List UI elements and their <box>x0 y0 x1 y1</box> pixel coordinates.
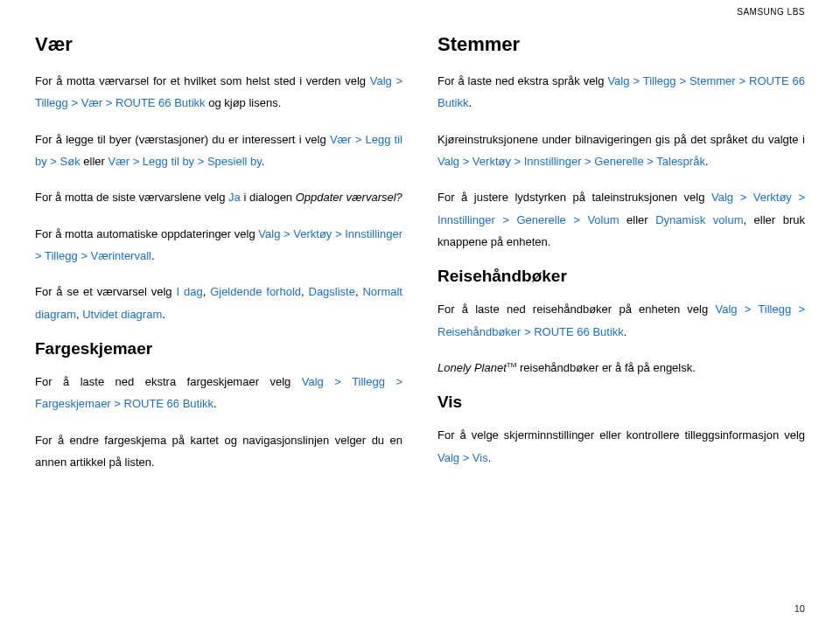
para-vaer-2: For å legge til byer (værstasjoner) du e… <box>35 129 402 173</box>
text: For å laste ned reisehåndbøker på enhete… <box>438 303 715 316</box>
text: For å motta automatiske oppdateringer ve… <box>35 227 258 240</box>
heading-stemmer: Stemmer <box>438 33 805 56</box>
nav-path: Vær > Legg til by > Spesiell by <box>108 155 261 168</box>
heading-reisehandboker: Reisehåndbøker <box>438 267 805 286</box>
para-vaer-1: For å motta værvarsel for et hvilket som… <box>35 70 402 115</box>
text: . <box>468 96 472 109</box>
text: i dialogen <box>241 191 296 204</box>
para-reise-2: Lonely PlanetTM reisehåndbøker er å få p… <box>438 357 805 379</box>
nav-path: Valg > Vis <box>438 451 488 464</box>
text: . <box>214 397 217 410</box>
right-column: Stemmer For å laste ned ekstra språk vel… <box>438 31 805 487</box>
para-vaer-5: For å se et værvarsel velg I dag, Gjelde… <box>35 281 402 325</box>
heading-fargeskjemaer: Fargeskjemaer <box>35 339 402 358</box>
option: Dynamisk volum <box>655 213 743 226</box>
text: Kjøreinstruksjonene under bilnavigeringe… <box>438 133 805 146</box>
trademark: TM <box>507 361 517 369</box>
para-vis-1: For å velge skjerminnstillinger eller ko… <box>438 424 805 469</box>
para-stem-2: Kjøreinstruksjonene under bilnavigeringe… <box>438 129 805 173</box>
text: For å motta de siste værvarslene velg <box>35 191 228 204</box>
brand-label: SAMSUNG LBS <box>737 7 805 17</box>
para-stem-3: For å justere lydstyrken på taleinstruks… <box>438 186 805 253</box>
option-ja: Ja <box>228 191 241 204</box>
text: . <box>705 155 709 168</box>
heading-vaer: Vær <box>35 33 402 56</box>
brand-name: Lonely Planet <box>438 361 507 374</box>
text: . <box>162 308 165 321</box>
page-number: 10 <box>794 603 805 614</box>
text: For å motta værvarsel for et hvilket som… <box>35 74 370 87</box>
text: For å laste ned ekstra språk velg <box>438 74 607 87</box>
para-stem-1: For å laste ned ekstra språk velg Valg >… <box>438 70 805 115</box>
para-reise-1: For å laste ned reisehåndbøker på enhete… <box>438 298 805 343</box>
text: . <box>151 249 155 262</box>
text: For å velge skjerminnstillinger eller ko… <box>438 428 805 442</box>
text: . <box>624 325 627 338</box>
para-vaer-3: For å motta de siste værvarslene velg Ja… <box>35 186 402 208</box>
text: For å laste ned ekstra fargeskjemaer vel… <box>35 375 302 388</box>
dialog-name: Oppdater værvarsel? <box>296 191 402 204</box>
text: eller <box>620 213 656 226</box>
para-farg-2: For å endre fargeskjema på kartet og nav… <box>35 429 402 474</box>
text: For å legge til byer (værstasjoner) du e… <box>35 133 330 146</box>
heading-vis: Vis <box>438 393 805 412</box>
option: Utvidet diagram <box>82 308 162 321</box>
left-column: Vær For å motta værvarsel for et hvilket… <box>35 31 402 487</box>
text: eller <box>80 155 108 168</box>
text: , <box>203 285 210 298</box>
nav-path: Valg > Verktøy > Innstillinger > Generel… <box>438 155 705 168</box>
text: . <box>262 155 265 168</box>
text: og kjøp lisens. <box>206 96 282 109</box>
text: . <box>488 451 492 464</box>
option: Dagsliste <box>309 285 355 298</box>
option: Gjeldende forhold <box>210 285 301 298</box>
text: reisehåndbøker er å få på engelsk. <box>516 361 696 374</box>
para-farg-1: For å laste ned ekstra fargeskjemaer vel… <box>35 371 402 415</box>
option: I dag <box>176 285 202 298</box>
content-columns: Vær For å motta værvarsel for et hvilket… <box>35 31 805 487</box>
text: , <box>301 285 308 298</box>
text: For å justere lydstyrken på taleinstruks… <box>438 191 711 204</box>
text: For å se et værvarsel velg <box>35 285 176 298</box>
para-vaer-4: For å motta automatiske oppdateringer ve… <box>35 223 402 268</box>
